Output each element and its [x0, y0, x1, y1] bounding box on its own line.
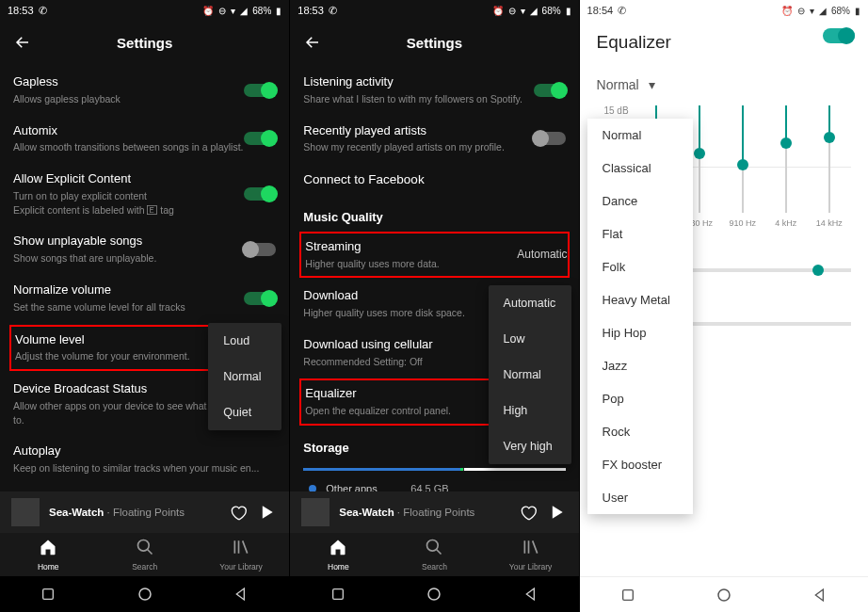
status-bar: 18:53✆ ⏰⊖▾◢68%▮: [290, 0, 578, 21]
preset-dropdown[interactable]: Normal ▾: [597, 77, 851, 92]
now-playing-bar[interactable]: Sea-Watch · Floating Points: [290, 491, 578, 533]
popup-option[interactable]: Normal: [208, 359, 281, 395]
streaming-quality-popup: AutomaticLowNormalHighVery high: [489, 285, 571, 464]
android-nav-bar: [0, 576, 289, 612]
eq-band[interactable]: 14 kHz: [808, 105, 851, 228]
preset-option[interactable]: Flat: [587, 217, 693, 250]
now-playing-bar[interactable]: Sea-Watch · Floating Points: [0, 491, 289, 533]
setting-row-top-1[interactable]: Recently played artistsShow my recently …: [303, 115, 565, 164]
preset-option[interactable]: Hip Hop: [587, 316, 693, 349]
toggle-switch[interactable]: [534, 132, 566, 145]
nav-home[interactable]: [424, 584, 444, 604]
nav-recents[interactable]: [38, 584, 58, 604]
preset-option[interactable]: Heavy Metal: [587, 283, 693, 316]
nav-home[interactable]: [714, 585, 734, 605]
tab-label: Your Library: [509, 562, 553, 572]
setting-row-8[interactable]: CanvasDisplay short, looping visuals on …: [13, 484, 276, 491]
preset-option[interactable]: Rock: [587, 415, 693, 448]
setting-row-top-0[interactable]: Listening activityShare what I listen to…: [303, 66, 565, 115]
tab-search[interactable]: Search: [386, 533, 482, 576]
heart-icon[interactable]: [517, 501, 539, 523]
nav-back[interactable]: [231, 584, 251, 604]
tab-your-library[interactable]: Your Library: [482, 533, 578, 576]
setting-title: Gapless: [13, 74, 276, 90]
setting-title: Normalize volume: [13, 282, 276, 298]
nav-home[interactable]: [135, 584, 155, 604]
popup-option[interactable]: High: [489, 393, 571, 428]
phone-1: 18:53✆ ⏰⊖▾◢68%▮ Settings GaplessAllows g…: [0, 0, 289, 612]
nav-back[interactable]: [521, 584, 541, 604]
nav-recents[interactable]: [328, 584, 348, 604]
battery-text: 68%: [252, 6, 271, 16]
play-icon[interactable]: [255, 501, 278, 523]
setting-row-0[interactable]: GaplessAllows gapless playback: [13, 66, 276, 115]
tab-icon: [136, 538, 154, 560]
toggle-switch[interactable]: [244, 132, 276, 145]
setting-row-2[interactable]: Allow Explicit ContentTurn on to play ex…: [13, 163, 276, 225]
storage-bar: [303, 468, 565, 471]
album-art[interactable]: [301, 498, 330, 526]
tab-label: Your Library: [219, 562, 263, 572]
header: Settings: [0, 21, 289, 64]
preset-option[interactable]: User: [587, 481, 693, 514]
tab-icon: [522, 538, 540, 560]
android-nav-bar: [290, 576, 578, 612]
setting-row-top-2[interactable]: Connect to Facebook: [303, 163, 565, 197]
nav-recents[interactable]: [618, 585, 638, 605]
toggle-switch[interactable]: [244, 187, 276, 201]
status-bar: 18:54✆ ⏰⊖▾◢68%▮: [580, 0, 868, 21]
tab-home[interactable]: Home: [290, 533, 386, 576]
setting-row-4[interactable]: Normalize volumeSet the same volume leve…: [13, 274, 276, 323]
setting-value: Automatic: [517, 248, 567, 261]
setting-row-7[interactable]: AutoplayKeep on listening to similar tra…: [13, 435, 276, 484]
dnd-icon: ⊖: [797, 6, 805, 16]
play-icon[interactable]: [545, 501, 568, 523]
popup-option[interactable]: Very high: [489, 428, 571, 464]
popup-option[interactable]: Loud: [208, 323, 281, 359]
nav-back[interactable]: [810, 585, 830, 605]
tab-label: Search: [132, 562, 157, 572]
track-info[interactable]: Sea-Watch · Floating Points: [49, 507, 221, 518]
alarm-icon: ⏰: [492, 6, 504, 16]
tab-your-library[interactable]: Your Library: [193, 533, 289, 576]
track-info[interactable]: Sea-Watch · Floating Points: [339, 507, 510, 518]
preset-option[interactable]: Folk: [587, 250, 693, 283]
battery-icon: ▮: [566, 6, 571, 16]
preset-option[interactable]: Jazz: [587, 349, 693, 382]
toggle-switch[interactable]: [244, 243, 276, 256]
freq-label: 910 Hz: [729, 218, 756, 228]
tab-label: Home: [38, 562, 59, 572]
preset-option[interactable]: Dance: [587, 185, 693, 217]
setting-row-mq-0[interactable]: StreamingHigher quality uses more data.A…: [299, 232, 569, 279]
popup-option[interactable]: Low: [489, 321, 571, 357]
preset-option[interactable]: Pop: [587, 382, 693, 415]
preset-option[interactable]: Normal: [587, 119, 693, 152]
back-button[interactable]: [11, 31, 34, 54]
setting-row-3[interactable]: Show unplayable songsShow songs that are…: [13, 225, 276, 274]
battery-icon: ▮: [855, 6, 860, 16]
settings-list[interactable]: Listening activityShare what I listen to…: [290, 64, 578, 491]
album-art[interactable]: [11, 498, 40, 526]
setting-row-1[interactable]: AutomixAllow smooth transitions between …: [13, 115, 276, 164]
setting-title: Autoplay: [13, 443, 276, 459]
toggle-switch[interactable]: [244, 84, 276, 97]
svg-rect-6: [622, 589, 633, 600]
back-button[interactable]: [301, 31, 324, 54]
popup-option[interactable]: Quiet: [208, 395, 281, 430]
heart-icon[interactable]: [227, 501, 249, 523]
setting-title: Allow Explicit Content: [13, 171, 276, 187]
preset-option[interactable]: FX booster: [587, 448, 693, 481]
setting-title: Listening activity: [303, 74, 565, 90]
tab-home[interactable]: Home: [0, 533, 96, 576]
eq-band[interactable]: 910 Hz: [721, 105, 764, 228]
popup-option[interactable]: Normal: [489, 357, 571, 393]
toggle-switch[interactable]: [244, 292, 276, 305]
preset-option[interactable]: Classical: [587, 152, 693, 185]
popup-option[interactable]: Automatic: [489, 285, 571, 321]
volume-level-popup: LoudNormalQuiet: [208, 323, 281, 430]
eq-band[interactable]: 4 kHz: [764, 105, 808, 228]
toggle-switch[interactable]: [534, 84, 566, 97]
tab-search[interactable]: Search: [96, 533, 192, 576]
equalizer-toggle[interactable]: [823, 28, 855, 43]
settings-list[interactable]: GaplessAllows gapless playbackAutomixAll…: [0, 64, 289, 491]
